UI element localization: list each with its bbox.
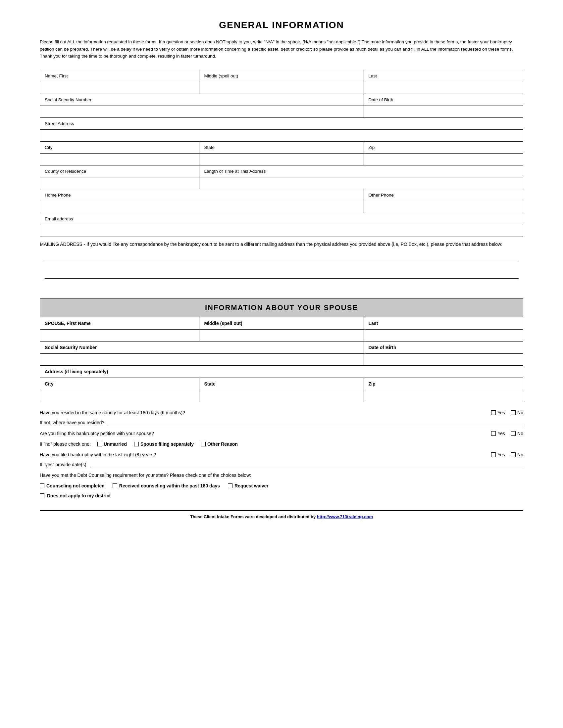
spouse-section: INFORMATION ABOUT YOUR SPOUSE SPOUSE, Fi… <box>40 298 523 504</box>
spouse-last-label: Last <box>364 317 523 329</box>
last-input[interactable] <box>364 82 523 94</box>
ssn-label: Social Security Number <box>40 94 364 106</box>
page-title: GENERAL INFORMATION <box>40 20 523 30</box>
middle-label: Middle (spell out) <box>199 70 364 82</box>
table-row <box>40 353 523 365</box>
email-input[interactable] <box>40 225 523 237</box>
mailing-line1[interactable] <box>40 249 523 265</box>
dob-input[interactable] <box>364 106 523 117</box>
home-phone-label: Home Phone <box>40 189 364 201</box>
question-5-row: Have you filed bankruptcy within the las… <box>40 449 523 460</box>
table-row <box>40 265 523 282</box>
q5-yes-no: Yes No <box>491 452 523 457</box>
spouse-first-label: SPOUSE, First Name <box>40 317 199 329</box>
name-first-input[interactable] <box>40 82 199 94</box>
if-not-input[interactable] <box>107 419 523 425</box>
spouse-dob-input[interactable] <box>364 353 523 365</box>
q3-yes-no: Yes No <box>491 431 523 436</box>
table-row: Name, First Middle (spell out) Last <box>40 70 523 82</box>
table-row <box>40 201 523 213</box>
spouse-separately-text: Spouse filing separately <box>140 441 194 447</box>
spouse-separately-checkbox[interactable] <box>134 442 139 446</box>
q3-yes-text: Yes <box>497 431 505 436</box>
zip-label: Zip <box>364 141 523 153</box>
spouse-middle-input[interactable] <box>199 329 364 341</box>
spouse-state-input[interactable] <box>199 390 364 402</box>
unmarried-checkbox[interactable] <box>97 442 102 446</box>
spouse-city-label: City <box>40 378 199 390</box>
question-5-text: Have you filed bankruptcy within the las… <box>40 452 491 457</box>
street-label: Street Address <box>40 117 523 129</box>
table-row: Email address <box>40 213 523 225</box>
mailing-line2[interactable] <box>40 265 523 282</box>
q1-yes-label[interactable]: Yes <box>491 410 505 415</box>
if-not-label: If not, where have you resided? <box>40 420 104 425</box>
q3-no-text: No <box>517 431 523 436</box>
spouse-last-input[interactable] <box>364 329 523 341</box>
table-row <box>40 129 523 141</box>
if-yes-row: If "yes" provide date(s): <box>40 460 523 470</box>
does-not-apply-checkbox[interactable] <box>40 493 44 498</box>
county-input[interactable] <box>40 177 199 189</box>
other-phone-input[interactable] <box>364 201 523 213</box>
middle-input[interactable] <box>199 82 364 94</box>
counseling-180-text: Received counseling within the past 180 … <box>119 483 220 488</box>
spouse-first-input[interactable] <box>40 329 199 341</box>
q1-no-checkbox[interactable] <box>511 410 516 415</box>
spouse-city-input[interactable] <box>40 390 199 402</box>
counseling-180-label[interactable]: Received counseling within the past 180 … <box>113 483 220 488</box>
table-row: City State Zip <box>40 378 523 390</box>
spouse-dob-label: Date of Birth <box>364 341 523 353</box>
state-input[interactable] <box>199 153 364 165</box>
footer-divider <box>40 510 523 511</box>
q5-yes-text: Yes <box>497 452 505 457</box>
table-row <box>40 225 523 237</box>
other-reason-label[interactable]: Other Reason <box>201 441 238 447</box>
if-yes-input[interactable] <box>90 461 523 467</box>
spouse-ssn-input[interactable] <box>40 353 364 365</box>
q3-no-label[interactable]: No <box>511 431 523 436</box>
table-row <box>40 82 523 94</box>
q3-no-checkbox[interactable] <box>511 431 516 436</box>
home-phone-input[interactable] <box>40 201 364 213</box>
q5-no-checkbox[interactable] <box>511 452 516 457</box>
q1-yes-text: Yes <box>497 410 505 415</box>
request-waiver-label[interactable]: Request waiver <box>228 483 268 488</box>
q1-no-text: No <box>517 410 523 415</box>
question-1-row: Have you resided in the same county for … <box>40 405 523 418</box>
footer: These Client Intake Forms were developed… <box>40 514 523 519</box>
q1-yes-checkbox[interactable] <box>491 410 496 415</box>
street-input[interactable] <box>40 129 523 141</box>
ssn-input[interactable] <box>40 106 364 117</box>
counseling-not-completed-checkbox[interactable] <box>40 483 44 488</box>
footer-link[interactable]: http://www.713training.com <box>317 514 373 519</box>
dob-label: Date of Birth <box>364 94 523 106</box>
spouse-zip-input[interactable] <box>364 390 523 402</box>
other-phone-label: Other Phone <box>364 189 523 201</box>
q5-no-label[interactable]: No <box>511 452 523 457</box>
other-reason-checkbox[interactable] <box>201 442 206 446</box>
q3-yes-checkbox[interactable] <box>491 431 496 436</box>
state-label: State <box>199 141 364 153</box>
zip-input[interactable] <box>364 153 523 165</box>
request-waiver-checkbox[interactable] <box>228 483 232 488</box>
q5-yes-checkbox[interactable] <box>491 452 496 457</box>
table-row: Social Security Number Date of Birth <box>40 341 523 353</box>
spouse-separately-label[interactable]: Spouse filing separately <box>134 441 194 447</box>
question-1-text: Have you resided in the same county for … <box>40 410 491 415</box>
counseling-not-completed-label[interactable]: Counseling not completed <box>40 483 105 488</box>
spouse-ssn-label: Social Security Number <box>40 341 364 353</box>
table-row: MAILING ADDRESS - If you would like any … <box>40 237 523 249</box>
spouse-address-label: Address (if living separately) <box>40 365 523 378</box>
unmarried-label[interactable]: Unmarried <box>97 441 127 447</box>
city-input[interactable] <box>40 153 199 165</box>
footer-text: These Client Intake Forms were developed… <box>190 514 316 519</box>
table-row: Social Security Number Date of Birth <box>40 94 523 106</box>
counseling-180-checkbox[interactable] <box>113 483 117 488</box>
length-input[interactable] <box>199 177 523 189</box>
table-row: Home Phone Other Phone <box>40 189 523 201</box>
q3-yes-label[interactable]: Yes <box>491 431 505 436</box>
does-not-apply-row: Does not apply to my district <box>40 491 523 504</box>
q5-yes-label[interactable]: Yes <box>491 452 505 457</box>
q1-no-label[interactable]: No <box>511 410 523 415</box>
